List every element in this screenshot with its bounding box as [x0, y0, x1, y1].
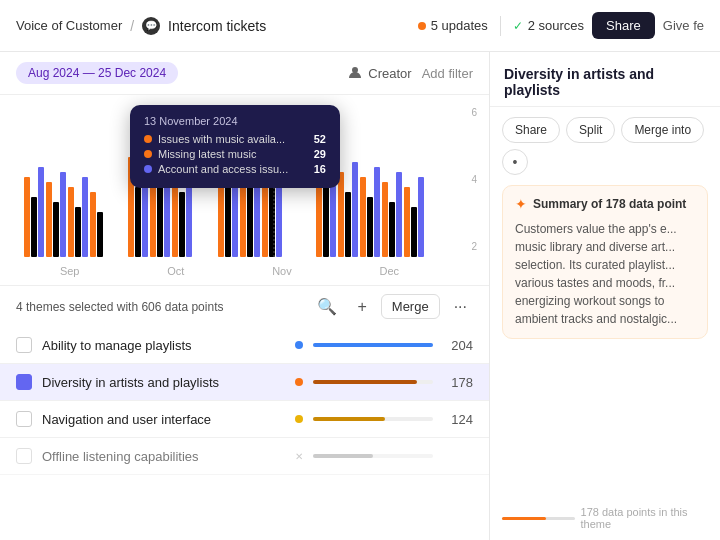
- theme-bar-fill: [313, 417, 385, 421]
- x-label-oct: Oct: [167, 265, 184, 277]
- give-feedback-button[interactable]: Give fe: [663, 18, 704, 33]
- summary-header-text: Summary of 178 data point: [533, 197, 686, 211]
- theme-color-dot: [295, 378, 303, 386]
- creator-filter[interactable]: Creator: [347, 65, 411, 81]
- svg-rect-1: [24, 177, 30, 257]
- search-button[interactable]: 🔍: [311, 295, 343, 318]
- updates-dot: [418, 22, 426, 30]
- theme-name: Diversity in artists and playlists: [42, 375, 285, 390]
- tooltip-count-2: 29: [314, 148, 326, 160]
- svg-rect-8: [75, 207, 81, 257]
- svg-rect-37: [360, 177, 366, 257]
- theme-checkbox[interactable]: [16, 337, 32, 353]
- svg-rect-11: [97, 212, 103, 257]
- check-icon: ✓: [513, 19, 523, 33]
- tooltip-label-2: Missing latest music: [158, 148, 256, 160]
- theme-checkbox[interactable]: [16, 448, 32, 464]
- tooltip-dot-1: [144, 135, 152, 143]
- theme-bar-fill: [313, 343, 433, 347]
- theme-count: 178: [443, 375, 473, 390]
- merge-button[interactable]: Merge: [381, 294, 440, 319]
- theme-item[interactable]: Ability to manage playlists 204: [0, 327, 489, 364]
- theme-list: Ability to manage playlists 204 Diversit…: [0, 327, 489, 540]
- svg-rect-34: [338, 172, 344, 257]
- tooltip-date: 13 November 2024: [144, 115, 326, 127]
- svg-rect-42: [396, 172, 402, 257]
- footer-text: 178 data points in this theme: [581, 506, 708, 530]
- svg-rect-39: [374, 167, 380, 257]
- date-filter-badge[interactable]: Aug 2024 — 25 Dec 2024: [16, 62, 178, 84]
- theme-color-dot: [295, 415, 303, 423]
- svg-rect-2: [31, 197, 37, 257]
- theme-x: ✕: [295, 451, 303, 462]
- page-title: Intercom tickets: [168, 18, 266, 34]
- svg-rect-6: [60, 172, 66, 257]
- chart-tooltip: 13 November 2024 Issues with music avail…: [130, 105, 340, 188]
- fade-overlay: [0, 510, 489, 540]
- svg-rect-44: [411, 207, 417, 257]
- theme-list-header: 4 themes selected with 606 data points 🔍…: [0, 285, 489, 327]
- theme-checkbox[interactable]: [16, 374, 32, 390]
- theme-name: Ability to manage playlists: [42, 338, 285, 353]
- svg-rect-40: [382, 182, 388, 257]
- svg-rect-43: [404, 187, 410, 257]
- tooltip-label-3: Account and access issu...: [158, 163, 288, 175]
- right-share-button[interactable]: Share: [502, 117, 560, 143]
- theme-count: 124: [443, 412, 473, 427]
- footer-progress-bar: [502, 517, 575, 520]
- right-merge-into-button[interactable]: Merge into: [621, 117, 704, 143]
- tooltip-row-2: Missing latest music 29: [144, 148, 326, 160]
- theme-item[interactable]: Navigation and user interface 124: [0, 401, 489, 438]
- svg-rect-7: [68, 187, 74, 257]
- theme-count-text: 4 themes selected with 606 data points: [16, 300, 303, 314]
- main-layout: Aug 2024 — 25 Dec 2024 Creator Add filte…: [0, 52, 720, 540]
- brand-label: Voice of Customer: [16, 18, 122, 33]
- svg-rect-3: [38, 167, 44, 257]
- y-label-2: 2: [471, 241, 477, 252]
- theme-item[interactable]: Offline listening capabilities ✕: [0, 438, 489, 475]
- updates-indicator: 5 updates: [418, 18, 488, 33]
- filter-row: Aug 2024 — 25 Dec 2024 Creator Add filte…: [0, 52, 489, 95]
- summary-header: ✦ Summary of 178 data point: [515, 196, 695, 212]
- right-panel: Diversity in artists and playlists Share…: [490, 52, 720, 540]
- updates-label: 5 updates: [431, 18, 488, 33]
- person-icon: [347, 65, 363, 81]
- tooltip-label-1: Issues with music availa...: [158, 133, 285, 145]
- chart-x-labels: Sep Oct Nov Dec: [16, 261, 473, 285]
- right-split-button[interactable]: Split: [566, 117, 615, 143]
- svg-rect-10: [90, 192, 96, 257]
- svg-rect-35: [345, 192, 351, 257]
- svg-rect-41: [389, 202, 395, 257]
- theme-color-dot: [295, 341, 303, 349]
- chart-y-labels: 6 4 2: [471, 107, 477, 252]
- separator: /: [130, 18, 134, 34]
- theme-bar-fill: [313, 454, 373, 458]
- y-label-4: 4: [471, 174, 477, 185]
- right-footer: 178 data points in this theme: [490, 496, 720, 540]
- right-more-button[interactable]: •: [502, 149, 528, 175]
- right-actions: Share Split Merge into •: [490, 107, 720, 185]
- tooltip-dot-2: [144, 150, 152, 158]
- left-panel: Aug 2024 — 25 Dec 2024 Creator Add filte…: [0, 52, 490, 540]
- y-label-6: 6: [471, 107, 477, 118]
- theme-checkbox[interactable]: [16, 411, 32, 427]
- add-theme-button[interactable]: +: [351, 296, 372, 318]
- tooltip-count-3: 16: [314, 163, 326, 175]
- svg-rect-16: [157, 182, 163, 257]
- footer-progress-fill: [502, 517, 546, 520]
- theme-bar: [313, 343, 433, 347]
- page-type-icon: 💬: [142, 17, 160, 35]
- share-button[interactable]: Share: [592, 12, 655, 39]
- theme-item[interactable]: Diversity in artists and playlists 178: [0, 364, 489, 401]
- svg-rect-13: [135, 187, 141, 257]
- theme-name: Offline listening capabilities: [42, 449, 283, 464]
- svg-rect-4: [46, 182, 52, 257]
- theme-bar-fill: [313, 380, 417, 384]
- svg-rect-19: [179, 192, 185, 257]
- add-filter-button[interactable]: Add filter: [422, 66, 473, 81]
- chart-area: 6 4 2: [0, 95, 489, 285]
- svg-rect-9: [82, 177, 88, 257]
- theme-bar: [313, 380, 433, 384]
- more-options-button[interactable]: ···: [448, 296, 473, 318]
- theme-bar: [313, 454, 433, 458]
